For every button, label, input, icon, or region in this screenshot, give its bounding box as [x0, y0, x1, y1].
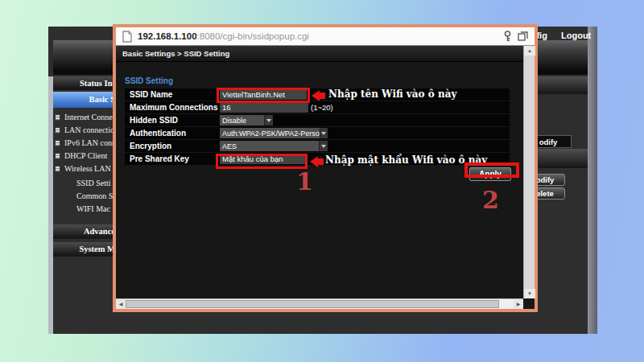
step-number-2: 2	[482, 188, 499, 212]
scroll-right-icon[interactable]: ▶	[514, 299, 523, 309]
popup-url[interactable]: 192.168.1.100:8080/cgi-bin/ssidpopup.cgi	[138, 27, 309, 45]
scroll-down-icon[interactable]: ▼	[524, 289, 535, 298]
chevron-down-icon	[319, 141, 328, 151]
logout-link[interactable]: Logout	[561, 31, 591, 40]
page-list-icon	[55, 114, 60, 121]
psk-annotation-note: Nhập mật khẩu Wifi vào ô này	[325, 154, 487, 166]
form-row-authentication: Authentication Auth:WPA2-PSK/WPA2-Person…	[125, 127, 510, 139]
popup-address-bar[interactable]: 192.168.1.100:8080/cgi-bin/ssidpopup.cgi	[116, 27, 535, 46]
window-left-edge	[48, 76, 53, 334]
step-number-1: 1	[296, 170, 313, 194]
page-list-icon	[55, 153, 60, 159]
selected-option: Auth:WPA2-PSK/WPA2-Persona	[222, 130, 320, 138]
hidden-ssid-select[interactable]: Disable	[220, 115, 273, 125]
scrollbar-thumb[interactable]	[126, 300, 499, 308]
form-row-max-connections: Maximum Connections (1~20)	[125, 101, 510, 113]
section-title: SSID Setting	[125, 76, 173, 85]
highlight-box-apply	[464, 162, 519, 178]
breadcrumb: Basic Settings > SSID Setting	[116, 46, 535, 62]
selected-option: Disable	[222, 117, 246, 125]
field-label: Maximum Connections	[125, 101, 220, 113]
field-label: Encryption	[125, 140, 220, 152]
field-label: Hidden SSID	[125, 114, 220, 126]
ssid-annotation-note: Nhập tên Wifi vào ô này	[328, 88, 456, 100]
chevron-down-icon	[320, 128, 328, 138]
page-list-icon	[55, 166, 60, 172]
window-right-edge	[588, 27, 597, 334]
scroll-left-icon[interactable]: ◀	[116, 299, 126, 309]
sidebar-item-label: IPv6 LAN conn	[64, 138, 116, 147]
sidebar-item-label: SSID Setti	[76, 179, 111, 187]
arrow-tail	[317, 158, 324, 165]
range-hint: (1~20)	[311, 101, 333, 113]
sidebar-item-label: Common S	[76, 191, 113, 200]
scroll-up-icon[interactable]: ▲	[524, 46, 535, 56]
arrow-tail	[319, 93, 325, 99]
sidebar-item-label: Wireless LAN	[64, 164, 111, 173]
encryption-select[interactable]: AES	[220, 141, 328, 151]
chevron-down-icon	[264, 115, 273, 125]
vertical-scrollbar[interactable]: ▲ ▼	[523, 46, 535, 298]
sidebar-tab-advanced[interactable]: Advance	[53, 224, 118, 239]
sidebar-item-label: Internet Conne	[64, 113, 113, 121]
field-label: SSID Name	[125, 88, 220, 101]
page-icon	[122, 31, 132, 43]
key-icon	[503, 31, 512, 42]
page-list-icon	[55, 127, 60, 134]
field-label: Authentication	[125, 127, 220, 139]
url-path: :8080/cgi-bin/ssidpopup.cgi	[197, 31, 309, 41]
url-host: 192.168.1.100	[138, 31, 197, 41]
highlight-box-psk	[216, 154, 308, 169]
left-arrow-icon	[312, 90, 326, 101]
left-arrow-icon	[310, 156, 324, 167]
form-row-hidden-ssid: Hidden SSID Disable	[125, 114, 510, 126]
sidebar-item-label: DHCP Client	[64, 151, 107, 160]
page-list-icon	[55, 140, 60, 146]
field-label: Pre Shared Key	[125, 153, 220, 165]
sidebar-tab-system-management[interactable]: System M	[53, 242, 118, 257]
sidebar-tab-status[interactable]: Status Inf	[53, 76, 118, 90]
horizontal-scrollbar[interactable]: ◀ ▶	[116, 298, 523, 309]
form-row-encryption: Encryption AES	[125, 140, 510, 152]
sidebar-item-label: WIFI Mac	[76, 204, 110, 213]
frames-icon[interactable]	[518, 31, 528, 41]
sidebar-tab-basic-settings[interactable]: Basic S	[53, 92, 118, 108]
max-connections-input[interactable]	[220, 102, 308, 113]
authentication-select[interactable]: Auth:WPA2-PSK/WPA2-Persona	[220, 128, 328, 138]
highlight-box-ssid	[217, 88, 310, 103]
selected-option: AES	[222, 142, 237, 150]
sidebar-item-label: LAN connectio	[64, 125, 114, 134]
